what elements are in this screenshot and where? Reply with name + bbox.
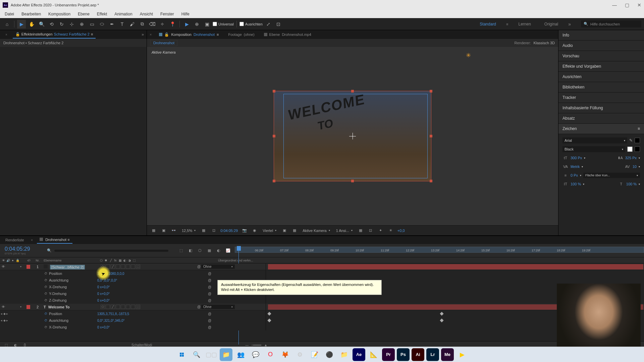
menu-fenster[interactable]: Fenster [157, 11, 177, 17]
world-axis-icon[interactable]: ⊕ [193, 20, 201, 28]
menu-ansicht[interactable]: Ansicht [137, 11, 156, 17]
clone-tool-icon[interactable]: ⧉ [138, 20, 147, 28]
3d-icon[interactable]: ✦ [377, 227, 384, 234]
panel-tracker[interactable]: Tracker [558, 93, 644, 103]
panel-preview[interactable]: Vorschau [558, 51, 644, 61]
twirl-icon[interactable]: ▾ [20, 305, 24, 308]
comp-flowchart-icon[interactable]: ⬚ [178, 247, 184, 254]
shy-toggle[interactable]: ⬡ [101, 264, 105, 269]
parent-dropdown[interactable]: Ohne [201, 264, 235, 269]
visibility-toggle[interactable]: 👁 [1, 265, 6, 268]
motionblur-icon[interactable]: ◐ [215, 247, 222, 254]
view-axis-icon[interactable]: ▣ [203, 20, 211, 28]
collapse-toggle[interactable] [106, 305, 110, 309]
premiere-icon[interactable]: Pr [382, 348, 395, 361]
stopwatch-active-icon[interactable]: ⏱ [44, 312, 48, 316]
expression-pickwhip-icon[interactable]: @ [207, 318, 212, 323]
folder-icon[interactable]: 📁 [338, 348, 351, 361]
whatsapp-icon[interactable]: 💬 [249, 348, 262, 361]
timeline-icon[interactable]: ▦ [291, 227, 298, 234]
next-keyframe-icon[interactable]: ▸ [6, 319, 9, 322]
prev-keyframe-icon[interactable]: ◂ [0, 319, 3, 322]
explorer-icon[interactable]: 📁 [220, 348, 232, 361]
timeline-tab-close[interactable]: × [31, 238, 33, 242]
frameblend-switch-icon[interactable]: ▦ [118, 258, 122, 262]
font-size-value[interactable]: 300 Px [571, 156, 582, 160]
panel-menu-icon[interactable]: ≡ [91, 32, 93, 36]
workspace-overflow-icon[interactable]: » [568, 21, 571, 27]
panel-audio[interactable]: Audio [558, 41, 644, 51]
views-dropdown[interactable]: 1 Ansi... [335, 228, 354, 233]
motionblur-toggle[interactable] [126, 264, 130, 269]
eraser-tool-icon[interactable]: ⌫ [148, 20, 157, 28]
swap-swatch[interactable] [635, 146, 640, 152]
firefox-icon[interactable]: 🦊 [279, 348, 291, 361]
snapshot-icon[interactable]: 📷 [241, 227, 248, 234]
video-column-icon[interactable]: 👁 [1, 258, 5, 262]
add-keyframe-icon[interactable]: ◆ [3, 319, 6, 322]
snap2-icon[interactable]: ⊡ [274, 20, 283, 28]
3d-switch-icon[interactable]: ⬚ [132, 258, 136, 262]
fx-switch-icon[interactable]: fx [113, 258, 117, 262]
anchor-tool-icon[interactable]: ⊕ [77, 20, 86, 28]
channel-icon[interactable]: ◉ [251, 227, 258, 234]
effects-tab[interactable]: 🔓 Effekteinstellungen Schwarz Farbfläche… [13, 31, 96, 39]
layer-name[interactable]: Welcome To [48, 305, 70, 309]
menu-bearbeiten[interactable]: Bearbeiten [18, 11, 44, 17]
expression-pickwhip-icon[interactable]: @ [207, 291, 212, 296]
handle-top-mid[interactable] [351, 90, 354, 93]
menu-animation[interactable]: Animation [111, 11, 136, 17]
app-icon-3[interactable]: 📐 [367, 348, 380, 361]
property-row-orientation-2[interactable]: ◂ ◆ ▸ ⏱Ausrichtung 0,0°,321,0°,345,0° @ [0, 317, 644, 324]
property-row-position-2[interactable]: ◂ ◆ ▸ ⏱Position 1305,3,751,8,-1873,5 @ [0, 310, 644, 317]
viewer-timecode[interactable]: 0:04:05:29 [220, 229, 238, 233]
quality-switch-icon[interactable]: ╱ [109, 258, 113, 262]
always-preview-icon[interactable]: ▦ [150, 227, 157, 234]
pickwhip-icon[interactable]: @ [197, 264, 201, 269]
search-taskbar-icon[interactable]: 🔍 [190, 348, 203, 361]
property-row-xrotation-2[interactable]: ⏱X-Drehung 0 x+0,0° @ [0, 324, 644, 330]
pen-tool-icon[interactable]: ✒ [108, 20, 116, 28]
comp-tab-close[interactable]: × [150, 33, 152, 37]
rotate-tool-icon[interactable]: ↻ [57, 20, 66, 28]
mask-icon[interactable]: 👓 [170, 227, 177, 234]
photoshop-icon[interactable]: Ps [397, 348, 410, 361]
layer-color[interactable] [26, 305, 30, 309]
after-effects-icon[interactable]: Ae [353, 348, 365, 361]
frameblend-toggle[interactable] [121, 305, 125, 309]
font-family-dropdown[interactable]: Arial [562, 137, 627, 143]
3d-layer-toggle[interactable]: ⬚ [136, 305, 140, 309]
prev-keyframe-icon[interactable]: ◂ [0, 312, 3, 315]
panel-menu-icon[interactable]: ≡ [638, 126, 640, 131]
property-value[interactable]: 0 x+0,0° [97, 292, 110, 296]
adjustment-toggle[interactable] [131, 305, 135, 309]
workspace-standard[interactable]: Standard [476, 20, 499, 28]
stopwatch-icon[interactable]: ⏱ [44, 298, 48, 302]
fast-preview2-icon[interactable]: ⊡ [367, 227, 374, 234]
panel-content-fill[interactable]: Inhaltsbasierte Füllung [558, 103, 644, 113]
time-ruler[interactable]: 06:29f 07:29f 08:29f 09:29f 10:29f 11:29… [235, 244, 644, 257]
draft3d-icon[interactable]: ◧ [187, 247, 194, 254]
handle-mid-left[interactable] [273, 135, 275, 137]
stopwatch-icon[interactable]: ⏱ [44, 272, 48, 276]
align-checkbox[interactable] [239, 22, 244, 26]
panel-overflow-icon[interactable]: » [142, 32, 144, 37]
orbit-tool-icon[interactable]: ⟲ [47, 20, 56, 28]
tab-timeline-comp[interactable]: Drohnenshot ≡ [37, 236, 72, 244]
app-icon-1[interactable]: ⚙ [293, 348, 306, 361]
ellipse-tool-icon[interactable]: ⬭ [98, 20, 106, 28]
stopwatch-icon[interactable]: ⏱ [44, 285, 48, 289]
label-column-icon[interactable]: 🏷 [27, 258, 31, 262]
expression-pickwhip-icon[interactable]: @ [207, 298, 212, 303]
menu-komposition[interactable]: Komposition [45, 11, 74, 17]
pixel-aspect-icon[interactable]: ▦ [357, 227, 364, 234]
quality-toggle[interactable]: ╱ [111, 264, 115, 269]
hscale-value[interactable]: 100 % [626, 182, 637, 186]
fill-swatch[interactable] [635, 138, 640, 143]
graph-icon[interactable]: 📈 [225, 247, 231, 254]
keyframe-icon[interactable] [440, 318, 443, 322]
property-value[interactable]: 1305,3,751,8,-1873,5 [97, 312, 129, 316]
add-keyframe-icon[interactable]: ◆ [3, 312, 6, 315]
keyframe-icon[interactable] [440, 312, 443, 315]
illustrator-icon[interactable]: Ai [412, 348, 424, 361]
